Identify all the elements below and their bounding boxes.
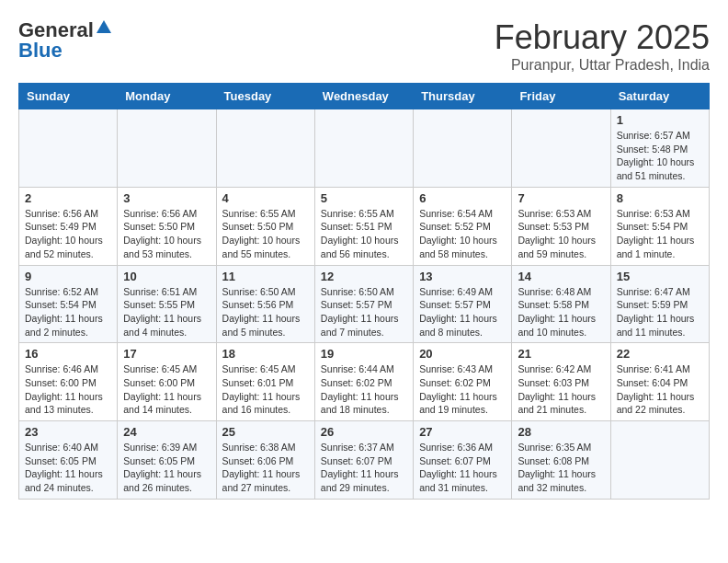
calendar-cell: 19Sunrise: 6:44 AMSunset: 6:02 PMDayligh… xyxy=(314,343,413,421)
day-number: 27 xyxy=(419,425,506,439)
day-header-monday: Monday xyxy=(118,84,216,109)
day-header-tuesday: Tuesday xyxy=(216,84,314,109)
calendar-cell xyxy=(314,109,413,188)
calendar-header-row: SundayMondayTuesdayWednesdayThursdayFrid… xyxy=(19,84,710,109)
day-number: 14 xyxy=(518,270,604,283)
day-info: Sunrise: 6:53 AMSunset: 5:53 PMDaylight:… xyxy=(518,207,604,261)
day-number: 18 xyxy=(222,347,309,361)
calendar-cell: 5Sunrise: 6:55 AMSunset: 5:51 PMDaylight… xyxy=(314,187,413,265)
day-info: Sunrise: 6:47 AMSunset: 5:59 PMDaylight:… xyxy=(617,285,703,339)
day-info: Sunrise: 6:53 AMSunset: 5:54 PMDaylight:… xyxy=(617,207,703,261)
calendar-table: SundayMondayTuesdayWednesdayThursdayFrid… xyxy=(18,83,710,500)
day-number: 24 xyxy=(123,425,210,439)
month-title: February 2025 xyxy=(495,18,710,57)
day-info: Sunrise: 6:56 AMSunset: 5:49 PMDaylight:… xyxy=(25,207,111,261)
day-info: Sunrise: 6:51 AMSunset: 5:55 PMDaylight:… xyxy=(123,285,210,339)
day-number: 25 xyxy=(222,425,309,439)
day-info: Sunrise: 6:45 AMSunset: 6:01 PMDaylight:… xyxy=(222,362,309,417)
day-info: Sunrise: 6:52 AMSunset: 5:54 PMDaylight:… xyxy=(25,285,111,339)
day-info: Sunrise: 6:48 AMSunset: 5:58 PMDaylight:… xyxy=(518,285,604,339)
day-number: 22 xyxy=(617,347,703,361)
day-number: 17 xyxy=(123,347,210,361)
calendar-cell: 6Sunrise: 6:54 AMSunset: 5:52 PMDaylight… xyxy=(414,187,512,265)
day-number: 6 xyxy=(419,191,506,205)
page-header: General Blue February 2025 Puranpur, Utt… xyxy=(18,18,710,74)
calendar-cell: 15Sunrise: 6:47 AMSunset: 5:59 PMDayligh… xyxy=(610,265,709,343)
calendar-cell xyxy=(610,421,709,500)
calendar-cell xyxy=(19,109,118,188)
calendar-cell: 20Sunrise: 6:43 AMSunset: 6:02 PMDayligh… xyxy=(414,343,512,421)
day-info: Sunrise: 6:55 AMSunset: 5:51 PMDaylight:… xyxy=(321,207,407,261)
calendar-cell: 25Sunrise: 6:38 AMSunset: 6:06 PMDayligh… xyxy=(216,421,314,500)
day-number: 2 xyxy=(25,191,111,205)
calendar-week-row: 16Sunrise: 6:46 AMSunset: 6:00 PMDayligh… xyxy=(19,343,710,421)
day-number: 15 xyxy=(617,270,703,283)
calendar-cell: 18Sunrise: 6:45 AMSunset: 6:01 PMDayligh… xyxy=(216,343,314,421)
day-info: Sunrise: 6:50 AMSunset: 5:57 PMDaylight:… xyxy=(321,285,407,339)
calendar-cell: 9Sunrise: 6:52 AMSunset: 5:54 PMDaylight… xyxy=(19,265,118,343)
day-info: Sunrise: 6:42 AMSunset: 6:03 PMDaylight:… xyxy=(518,362,604,417)
day-number: 21 xyxy=(518,347,604,361)
day-number: 16 xyxy=(25,347,111,361)
calendar-cell: 24Sunrise: 6:39 AMSunset: 6:05 PMDayligh… xyxy=(118,421,216,500)
day-info: Sunrise: 6:56 AMSunset: 5:50 PMDaylight:… xyxy=(123,207,210,261)
day-info: Sunrise: 6:41 AMSunset: 6:04 PMDaylight:… xyxy=(617,362,703,417)
calendar-cell: 23Sunrise: 6:40 AMSunset: 6:05 PMDayligh… xyxy=(19,421,118,500)
day-number: 1 xyxy=(617,113,703,127)
calendar-cell: 7Sunrise: 6:53 AMSunset: 5:53 PMDaylight… xyxy=(512,187,610,265)
calendar-week-row: 9Sunrise: 6:52 AMSunset: 5:54 PMDaylight… xyxy=(19,265,710,343)
day-info: Sunrise: 6:44 AMSunset: 6:02 PMDaylight:… xyxy=(321,362,407,417)
logo-blue-text: Blue xyxy=(18,39,63,63)
day-number: 5 xyxy=(321,191,407,205)
day-number: 10 xyxy=(123,270,210,283)
day-number: 23 xyxy=(25,425,111,439)
calendar-cell: 1Sunrise: 6:57 AMSunset: 5:48 PMDaylight… xyxy=(610,109,709,188)
day-number: 11 xyxy=(222,270,309,283)
day-info: Sunrise: 6:46 AMSunset: 6:00 PMDaylight:… xyxy=(25,362,111,417)
day-info: Sunrise: 6:55 AMSunset: 5:50 PMDaylight:… xyxy=(222,207,309,261)
calendar-cell: 21Sunrise: 6:42 AMSunset: 6:03 PMDayligh… xyxy=(512,343,610,421)
calendar-cell: 17Sunrise: 6:45 AMSunset: 6:00 PMDayligh… xyxy=(118,343,216,421)
calendar-week-row: 2Sunrise: 6:56 AMSunset: 5:49 PMDaylight… xyxy=(19,187,710,265)
calendar-cell: 14Sunrise: 6:48 AMSunset: 5:58 PMDayligh… xyxy=(512,265,610,343)
calendar-cell: 4Sunrise: 6:55 AMSunset: 5:50 PMDaylight… xyxy=(216,187,314,265)
day-header-sunday: Sunday xyxy=(19,84,118,109)
day-number: 13 xyxy=(419,270,506,283)
calendar-cell: 16Sunrise: 6:46 AMSunset: 6:00 PMDayligh… xyxy=(19,343,118,421)
calendar-cell: 13Sunrise: 6:49 AMSunset: 5:57 PMDayligh… xyxy=(414,265,512,343)
calendar-cell: 3Sunrise: 6:56 AMSunset: 5:50 PMDaylight… xyxy=(118,187,216,265)
calendar-cell: 2Sunrise: 6:56 AMSunset: 5:49 PMDaylight… xyxy=(19,187,118,265)
day-info: Sunrise: 6:57 AMSunset: 5:48 PMDaylight:… xyxy=(617,129,703,183)
day-info: Sunrise: 6:49 AMSunset: 5:57 PMDaylight:… xyxy=(419,285,506,339)
day-header-friday: Friday xyxy=(512,84,610,109)
day-info: Sunrise: 6:40 AMSunset: 6:05 PMDaylight:… xyxy=(25,441,111,495)
location-title: Puranpur, Uttar Pradesh, India xyxy=(495,57,710,74)
day-info: Sunrise: 6:37 AMSunset: 6:07 PMDaylight:… xyxy=(321,441,407,495)
day-number: 12 xyxy=(321,270,407,283)
day-number: 9 xyxy=(25,270,111,283)
day-header-saturday: Saturday xyxy=(610,84,709,109)
calendar-week-row: 23Sunrise: 6:40 AMSunset: 6:05 PMDayligh… xyxy=(19,421,710,500)
calendar-cell: 27Sunrise: 6:36 AMSunset: 6:07 PMDayligh… xyxy=(414,421,512,500)
day-number: 8 xyxy=(617,191,703,205)
day-header-thursday: Thursday xyxy=(414,84,512,109)
calendar-cell: 12Sunrise: 6:50 AMSunset: 5:57 PMDayligh… xyxy=(314,265,413,343)
day-info: Sunrise: 6:50 AMSunset: 5:56 PMDaylight:… xyxy=(222,285,309,339)
logo-triangle-icon xyxy=(97,20,111,37)
calendar-cell: 8Sunrise: 6:53 AMSunset: 5:54 PMDaylight… xyxy=(610,187,709,265)
title-block: February 2025 Puranpur, Uttar Pradesh, I… xyxy=(495,18,710,74)
calendar-cell xyxy=(118,109,216,188)
calendar-cell xyxy=(512,109,610,188)
calendar-cell: 28Sunrise: 6:35 AMSunset: 6:08 PMDayligh… xyxy=(512,421,610,500)
svg-marker-0 xyxy=(97,20,111,33)
calendar-cell xyxy=(414,109,512,188)
day-info: Sunrise: 6:54 AMSunset: 5:52 PMDaylight:… xyxy=(419,207,506,261)
calendar-cell xyxy=(216,109,314,188)
calendar-cell: 26Sunrise: 6:37 AMSunset: 6:07 PMDayligh… xyxy=(314,421,413,500)
day-info: Sunrise: 6:35 AMSunset: 6:08 PMDaylight:… xyxy=(518,441,604,495)
day-number: 28 xyxy=(518,425,604,439)
day-info: Sunrise: 6:45 AMSunset: 6:00 PMDaylight:… xyxy=(123,362,210,417)
day-info: Sunrise: 6:43 AMSunset: 6:02 PMDaylight:… xyxy=(419,362,506,417)
day-number: 4 xyxy=(222,191,309,205)
day-number: 7 xyxy=(518,191,604,205)
